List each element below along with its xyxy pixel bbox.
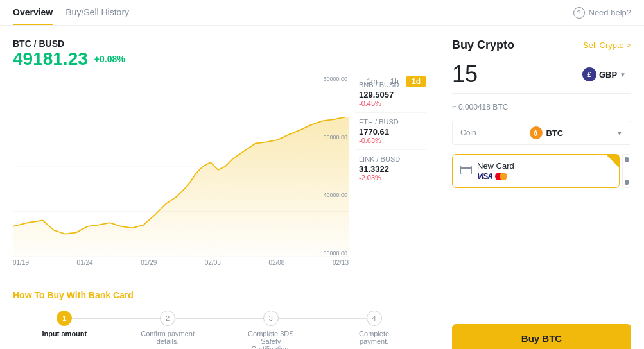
coin-price-eth: 1770.61: [359, 127, 422, 137]
coin-name: BTC: [546, 128, 564, 138]
x-label-0129: 01/29: [141, 259, 157, 266]
card-logos: VISA: [477, 172, 611, 181]
panel-title: Buy Crypto: [452, 38, 514, 52]
how-to-section: How To Buy With Bank Card 1 Input amount…: [13, 290, 426, 349]
help-icon: ?: [573, 7, 585, 19]
left-panel: BTC / BUSD 49181.23 +0.08% 1m 1h 1d: [0, 26, 439, 349]
tab-buy-sell-history[interactable]: Buy/Sell History: [65, 1, 129, 25]
steps: 1 Input amount 2 Confirm payment details…: [13, 311, 426, 349]
mastercard-logo: [495, 173, 507, 180]
x-axis-labels: 01/19 01/24 01/29 02/03 02/08 02/13: [13, 257, 349, 266]
scrollbar-up: [625, 157, 629, 162]
right-panel: Buy Crypto Sell Crypto > 15 £ GBP ▼ ≈ 0.…: [439, 26, 644, 349]
scrollbar-track: [624, 162, 629, 180]
visa-logo: VISA: [477, 172, 492, 181]
step-1: 1 Input amount: [13, 311, 116, 337]
time-buttons: 1m 1h 1d: [361, 76, 426, 87]
currency-code: GBP: [599, 70, 617, 80]
svg-rect-6: [460, 167, 472, 169]
buy-btc-button[interactable]: Buy BTC: [452, 324, 631, 349]
scrollbar-down: [625, 180, 629, 185]
coin-item-link[interactable]: LINK / BUSD 31.3322 -2.03%: [355, 150, 426, 187]
price-value: 49181.23: [13, 49, 88, 69]
x-label-0213: 02/13: [333, 259, 349, 266]
coin-item-eth[interactable]: ETH / BUSD 1770.61 -0.63%: [355, 113, 426, 150]
chart-with-side: 60000.00 50000.00 40000.00 30000.00 01/1…: [13, 76, 426, 266]
btc-icon: ₿: [530, 126, 543, 139]
currency-symbol: £: [587, 71, 591, 78]
card-title: New Card: [477, 161, 611, 171]
step-2-label: Confirm payment details.: [139, 330, 196, 345]
need-help-button[interactable]: ? Need help?: [573, 7, 632, 19]
coin-change-link: -2.03%: [359, 174, 422, 182]
step-3-circle: 3: [263, 311, 279, 326]
corner-badge: [606, 155, 619, 167]
pair-name: BTC / BUSD: [13, 38, 426, 49]
coin-change-bnb: -0.45%: [359, 99, 422, 107]
chart-area: 1m 1h 1d: [13, 76, 426, 266]
currency-selector[interactable]: £ GBP ▼: [577, 65, 631, 84]
price-change: +0.08%: [94, 54, 125, 64]
sell-crypto-link[interactable]: Sell Crypto >: [583, 40, 631, 50]
top-navigation: Overview Buy/Sell History ? Need help?: [0, 0, 644, 26]
how-to-title[interactable]: How To Buy With Bank Card: [13, 290, 426, 300]
scrollbar[interactable]: [622, 154, 631, 188]
step-3: 3 Complete 3DS Safety Certification.: [220, 311, 323, 349]
spacer: [452, 197, 631, 315]
card-select-area: New Card VISA: [452, 154, 631, 188]
step-1-label: Input amount: [42, 330, 87, 337]
coin-change-eth: -0.63%: [359, 137, 422, 144]
time-btn-1h[interactable]: 1h: [385, 76, 404, 87]
step-4-circle: 4: [367, 311, 382, 326]
price-chart: [13, 76, 349, 257]
chart-svg-container: 60000.00 50000.00 40000.00 30000.00: [13, 76, 349, 257]
x-label-0203: 02/03: [205, 259, 221, 266]
side-coins: BNB / BUSD 129.5057 -0.45% ETH / BUSD 17…: [349, 76, 426, 266]
need-help-label: Need help?: [589, 8, 632, 17]
step-4: 4 Complete payment.: [322, 311, 426, 345]
main-content: BTC / BUSD 49181.23 +0.08% 1m 1h 1d: [0, 26, 644, 349]
currency-icon: £: [582, 67, 596, 81]
nav-tabs: Overview Buy/Sell History: [13, 1, 129, 25]
coin-value-row: ₿ BTC: [530, 126, 564, 139]
x-label-0119: 01/19: [13, 259, 29, 266]
tab-overview[interactable]: Overview: [13, 1, 53, 25]
coin-dropdown-arrow: ▼: [616, 130, 623, 137]
amount-row: 15 £ GBP ▼: [452, 61, 631, 94]
x-label-0208: 02/08: [268, 259, 284, 266]
currency-dropdown-arrow: ▼: [620, 71, 626, 78]
step-2-circle: 2: [160, 311, 175, 326]
card-icon: [460, 166, 472, 177]
step-2: 2 Confirm payment details.: [116, 311, 220, 345]
coin-pair-eth: ETH / BUSD: [359, 118, 422, 126]
pair-header: BTC / BUSD 49181.23 +0.08%: [13, 38, 426, 69]
coin-price-link: 31.3322: [359, 164, 422, 174]
step-1-circle: 1: [57, 311, 72, 326]
step-4-label: Complete payment.: [345, 330, 403, 345]
step-3-label: Complete 3DS Safety Certification.: [242, 330, 300, 349]
svg-rect-5: [461, 166, 472, 174]
divider: [13, 277, 426, 277]
pair-price: 49181.23 +0.08%: [13, 49, 426, 69]
btc-equivalent: ≈ 0.000418 BTC: [452, 103, 631, 112]
card-info: New Card VISA: [477, 161, 611, 181]
time-btn-1m[interactable]: 1m: [361, 76, 383, 87]
coin-price-bnb: 129.5057: [359, 90, 422, 99]
mc-right-circle: [500, 173, 507, 180]
time-btn-1d[interactable]: 1d: [406, 76, 426, 87]
panel-header: Buy Crypto Sell Crypto >: [452, 38, 631, 52]
coin-label: Coin: [460, 128, 476, 137]
coin-pair-link: LINK / BUSD: [359, 155, 422, 163]
coin-selector[interactable]: Coin ₿ BTC ▼: [452, 121, 631, 145]
x-label-0124: 01/24: [77, 259, 93, 266]
amount-value[interactable]: 15: [452, 61, 478, 88]
card-selector[interactable]: New Card VISA: [452, 154, 620, 188]
